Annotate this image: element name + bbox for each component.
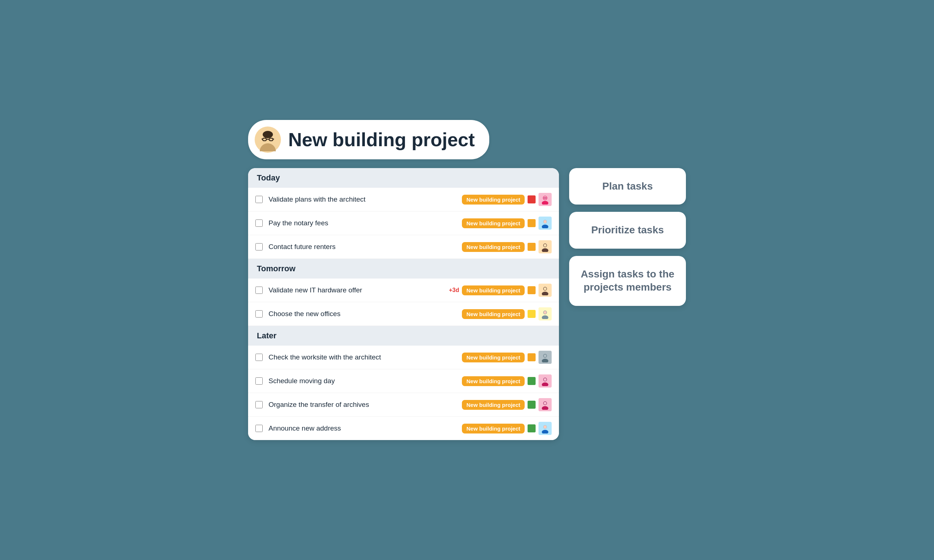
task-meta-4: +3d New building project <box>449 284 552 297</box>
project-tag-1: New building project <box>462 195 525 205</box>
svg-point-20 <box>544 287 547 290</box>
task-avatar-4 <box>538 284 552 297</box>
svg-point-14 <box>544 220 547 223</box>
task-meta-1: New building project <box>462 193 552 206</box>
table-row: Validate plans with the architect New bu… <box>248 188 559 211</box>
task-list-container: Today Validate plans with the architect … <box>248 168 559 440</box>
svg-point-16 <box>542 248 549 252</box>
svg-point-0 <box>260 143 276 151</box>
svg-line-7 <box>273 139 274 139</box>
svg-point-19 <box>542 292 549 295</box>
section-header-tomorrow: Tomorrow <box>248 259 559 278</box>
task-name-3: Contact future renters <box>268 243 462 251</box>
task-meta-2: New building project <box>462 217 552 230</box>
sidebar-card-plan-text: Plan tasks <box>603 180 653 193</box>
project-title: New building project <box>288 129 475 151</box>
task-avatar-5 <box>538 307 552 320</box>
task-avatar-9 <box>538 422 552 435</box>
svg-point-23 <box>544 311 547 314</box>
svg-point-35 <box>544 425 547 428</box>
priority-dot-1 <box>527 195 536 203</box>
project-avatar <box>255 126 281 153</box>
project-tag-9: New building project <box>462 424 525 434</box>
priority-dot-6 <box>527 353 536 361</box>
svg-point-9 <box>542 201 549 205</box>
table-row: Organize the transfer of archives New bu… <box>248 393 559 417</box>
task-checkbox-7[interactable] <box>255 377 263 385</box>
sidebar-cards: Plan tasks Prioritize tasks Assign tasks… <box>569 168 686 306</box>
priority-dot-5 <box>527 310 536 318</box>
table-row: Validate new IT hardware offer +3d New b… <box>248 278 559 302</box>
task-meta-3: New building project <box>462 240 552 253</box>
svg-point-26 <box>544 354 547 357</box>
table-row: Announce new address New building projec… <box>248 417 559 440</box>
task-avatar-8 <box>538 398 552 411</box>
project-tag-3: New building project <box>462 242 525 252</box>
svg-point-29 <box>544 378 547 381</box>
svg-point-13 <box>542 225 549 228</box>
sidebar-card-prioritize-text: Prioritize tasks <box>591 223 664 237</box>
task-checkbox-2[interactable] <box>255 220 263 227</box>
task-name-8: Organize the transfer of archives <box>268 401 462 409</box>
project-tag-7: New building project <box>462 376 525 386</box>
svg-point-34 <box>542 430 549 434</box>
overdue-badge-4: +3d <box>449 287 459 294</box>
project-tag-2: New building project <box>462 218 525 228</box>
svg-point-2 <box>263 131 273 138</box>
task-meta-8: New building project <box>462 398 552 411</box>
svg-point-28 <box>542 382 549 386</box>
svg-point-11 <box>543 197 547 199</box>
svg-line-6 <box>262 139 263 139</box>
task-checkbox-9[interactable] <box>255 425 263 432</box>
task-checkbox-8[interactable] <box>255 401 263 408</box>
task-meta-5: New building project <box>462 307 552 320</box>
task-name-9: Announce new address <box>268 425 462 432</box>
project-tag-8: New building project <box>462 400 525 410</box>
main-container: New building project Today Validate plan… <box>248 120 686 440</box>
task-name-2: Pay the notary fees <box>268 219 462 227</box>
task-checkbox-3[interactable] <box>255 243 263 251</box>
task-avatar-7 <box>538 374 552 388</box>
task-meta-7: New building project <box>462 374 552 388</box>
task-name-5: Choose the new offices <box>268 310 462 318</box>
task-meta-9: New building project <box>462 422 552 435</box>
project-title-card: New building project <box>248 120 489 159</box>
table-row: Contact future renters New building proj… <box>248 235 559 259</box>
task-name-1: Validate plans with the architect <box>268 195 462 203</box>
svg-point-17 <box>544 244 547 247</box>
priority-dot-3 <box>527 243 536 251</box>
sidebar-card-plan[interactable]: Plan tasks <box>569 168 686 205</box>
project-tag-6: New building project <box>462 352 525 362</box>
priority-dot-9 <box>527 425 536 432</box>
task-checkbox-1[interactable] <box>255 196 263 203</box>
table-row: Schedule moving day New building project <box>248 369 559 393</box>
priority-dot-8 <box>527 401 536 409</box>
task-checkbox-6[interactable] <box>255 354 263 361</box>
table-row: Choose the new offices New building proj… <box>248 302 559 326</box>
sidebar-card-assign-text: Assign tasks to the projects members <box>580 268 676 294</box>
task-checkbox-4[interactable] <box>255 286 263 294</box>
task-avatar-2 <box>538 217 552 230</box>
task-avatar-3 <box>538 240 552 253</box>
svg-point-22 <box>542 315 549 319</box>
task-avatar-1 <box>538 193 552 206</box>
task-meta-6: New building project <box>462 351 552 364</box>
priority-dot-2 <box>527 219 536 227</box>
project-tag-5: New building project <box>462 309 525 319</box>
svg-point-25 <box>542 359 549 362</box>
task-checkbox-5[interactable] <box>255 310 263 318</box>
table-row: Pay the notary fees New building project <box>248 211 559 235</box>
svg-point-31 <box>542 406 549 410</box>
header-section: New building project <box>248 120 686 159</box>
content-area: Today Validate plans with the architect … <box>248 168 686 440</box>
sidebar-card-prioritize[interactable]: Prioritize tasks <box>569 212 686 248</box>
task-avatar-6 <box>538 351 552 364</box>
project-tag-4: New building project <box>462 285 525 295</box>
sidebar-card-assign[interactable]: Assign tasks to the projects members <box>569 256 686 306</box>
table-row: Check the worksite with the architect Ne… <box>248 346 559 369</box>
task-name-4: Validate new IT hardware offer <box>268 286 449 294</box>
priority-dot-4 <box>527 286 536 294</box>
section-header-today: Today <box>248 168 559 188</box>
section-header-later: Later <box>248 326 559 346</box>
task-name-6: Check the worksite with the architect <box>268 353 462 361</box>
